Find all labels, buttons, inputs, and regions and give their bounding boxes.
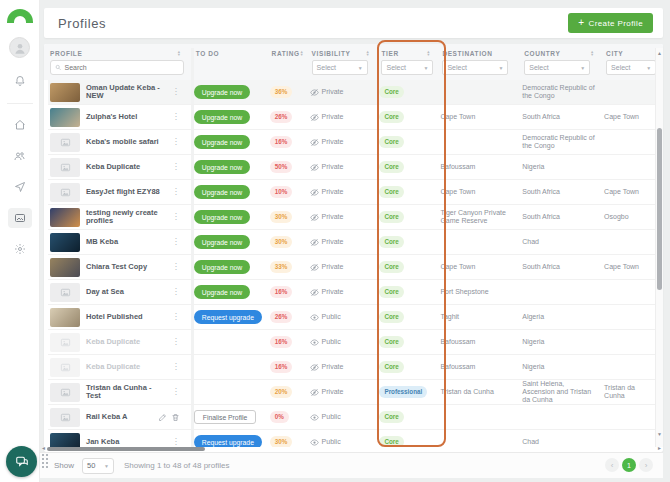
sidebar-item-settings[interactable] (8, 239, 32, 259)
row-actions: ⋮ (172, 362, 180, 371)
todo-button[interactable]: Upgrade now (194, 210, 250, 224)
profile-thumbnail (50, 258, 80, 277)
todo-cell: Upgrade now (194, 255, 270, 279)
page-size-select[interactable]: 50 ▼ (82, 458, 114, 474)
profile-search[interactable] (50, 60, 184, 75)
table-row[interactable]: Zulpha's Hotel ⋮ Upgrade now 26% (48, 105, 663, 130)
horizontal-scrollbar-handle[interactable] (47, 447, 205, 451)
table-row[interactable]: Keba Duplicate ⋮ 16% Pub (48, 330, 663, 355)
row-menu-icon[interactable]: ⋮ (172, 87, 180, 96)
edit-icon[interactable] (158, 413, 167, 422)
create-profile-label: Create Profile (588, 19, 643, 28)
country-cell (522, 280, 604, 304)
vertical-scrollbar-handle[interactable] (657, 128, 662, 290)
city-filter-value: Select (611, 64, 630, 71)
table-row[interactable]: testing newly create profiles ⋮ Upgrade … (48, 205, 663, 230)
todo-button[interactable]: Upgrade now (194, 285, 250, 299)
country-cell: South Africa (522, 255, 604, 279)
rating-cell: 33% (270, 255, 310, 279)
user-avatar[interactable] (9, 37, 30, 58)
profile-name: MB Keba (86, 238, 166, 246)
row-menu-icon[interactable]: ⋮ (172, 112, 180, 121)
eye-off-icon (310, 288, 319, 297)
city-filter[interactable]: Select ▼ (606, 60, 656, 75)
table-row[interactable]: Keba Duplicate ⋮ Upgrade now 50% (48, 155, 663, 180)
todo-cell: Request upgrade (194, 430, 270, 447)
destination-filter[interactable]: Select ▼ (442, 60, 508, 75)
row-menu-icon[interactable]: ⋮ (172, 337, 180, 346)
table-row[interactable]: Rail Keba A ⋮ Finalise Profile 0% (48, 405, 663, 430)
table-row[interactable]: Hotel Published ⋮ Request upgrade 26% (48, 305, 663, 330)
sort-icon-rating[interactable]: ▲▼ (300, 51, 304, 57)
todo-cell: Upgrade now (194, 280, 270, 304)
column-todo: TO DO (194, 48, 270, 80)
sort-icon-profile[interactable]: ▲▼ (177, 51, 181, 57)
todo-button[interactable]: Request upgrade (194, 310, 262, 324)
rating-cell: 30% (270, 205, 310, 229)
row-menu-icon[interactable]: ⋮ (172, 362, 180, 371)
chat-button[interactable] (6, 446, 37, 477)
row-menu-icon[interactable]: ⋮ (172, 262, 180, 271)
row-menu-icon[interactable]: ⋮ (172, 137, 180, 146)
table-row[interactable]: Jan Keba ⋮ Request upgrade 30% (48, 430, 663, 447)
image-placeholder-icon (60, 137, 71, 148)
row-menu-icon[interactable]: ⋮ (172, 237, 180, 246)
sort-icon-visibility[interactable]: ▲▼ (366, 51, 370, 57)
sidebar-item-profiles[interactable] (8, 208, 32, 228)
create-profile-button[interactable]: + Create Profile (568, 13, 653, 33)
scroll-right-icon[interactable]: ► (657, 445, 662, 451)
table-row[interactable]: Oman Update Keba - NEW ⋮ Upgrade now 36% (48, 80, 663, 105)
row-menu-icon[interactable]: ⋮ (172, 387, 180, 396)
delete-icon[interactable] (171, 413, 180, 422)
search-input[interactable] (64, 64, 179, 71)
row-menu-icon[interactable]: ⋮ (172, 187, 180, 196)
todo-button[interactable]: Upgrade now (194, 235, 250, 249)
pagination-next-button[interactable]: › (639, 458, 653, 472)
row-menu-icon[interactable]: ⋮ (172, 162, 180, 171)
row-menu-icon[interactable]: ⋮ (172, 212, 180, 221)
todo-button[interactable]: Upgrade now (194, 85, 250, 99)
pagination-prev-button[interactable]: ‹ (605, 458, 619, 472)
sidebar-item-home[interactable] (8, 115, 32, 135)
table-row[interactable]: Tristan da Cunha - Test ⋮ 20% (48, 380, 663, 405)
table-row[interactable]: Chiara Test Copy ⋮ Upgrade now 33% (48, 255, 663, 280)
sidebar-item-team[interactable] (8, 146, 32, 166)
notifications-bell-icon[interactable] (8, 71, 32, 91)
table-row[interactable]: MB Keba ⋮ Upgrade now 30% (48, 230, 663, 255)
table-row[interactable]: Keba's mobile safari ⋮ Upgrade now 16% (48, 130, 663, 155)
tier-filter-value: Select (386, 64, 405, 71)
todo-cell: Upgrade now (194, 105, 270, 129)
table-row[interactable]: Day at Sea ⋮ Upgrade now 16% (48, 280, 663, 305)
visibility-filter[interactable]: Select ▼ (312, 60, 368, 75)
sidebar-divider (7, 103, 33, 104)
todo-button[interactable]: Upgrade now (194, 135, 250, 149)
table-row[interactable]: EasyJet flight EZY88 ⋮ Upgrade now 10% (48, 180, 663, 205)
todo-button[interactable]: Finalise Profile (194, 410, 257, 424)
sort-icon-country[interactable]: ▲▼ (590, 51, 594, 57)
row-menu-icon[interactable]: ⋮ (172, 312, 180, 321)
todo-button[interactable]: Upgrade now (194, 185, 250, 199)
tier-filter[interactable]: Select ▼ (381, 60, 433, 75)
scroll-up-icon[interactable]: ▲ (657, 50, 662, 56)
image-placeholder-icon (60, 412, 71, 423)
todo-button[interactable]: Upgrade now (194, 260, 250, 274)
country-filter-value: Select (529, 64, 548, 71)
todo-button[interactable]: Upgrade now (194, 160, 250, 174)
column-label-todo: TO DO (196, 50, 219, 57)
rating-badge: 36% (270, 86, 293, 97)
todo-button[interactable]: Upgrade now (194, 110, 250, 124)
horizontal-scrollbar[interactable]: ◄ ► (44, 446, 654, 452)
sort-icon-tier[interactable]: ▲▼ (427, 51, 431, 57)
drag-handle-icon[interactable] (41, 453, 49, 469)
sidebar-item-send[interactable] (8, 177, 32, 197)
rating-cell: 26% (270, 105, 310, 129)
scroll-left-icon[interactable]: ◄ (41, 445, 46, 451)
tier-badge: Core (379, 361, 403, 372)
table-row[interactable]: Keba Duplicate ⋮ 16% Pri (48, 355, 663, 380)
country-filter[interactable]: Select ▼ (524, 60, 590, 75)
pagination-page-1[interactable]: 1 (622, 458, 636, 472)
row-menu-icon[interactable]: ⋮ (172, 287, 180, 296)
scroll-down-icon[interactable]: ▼ (657, 431, 662, 437)
country-cell (522, 405, 604, 429)
vertical-scrollbar[interactable]: ▲ ▼ (655, 48, 663, 447)
